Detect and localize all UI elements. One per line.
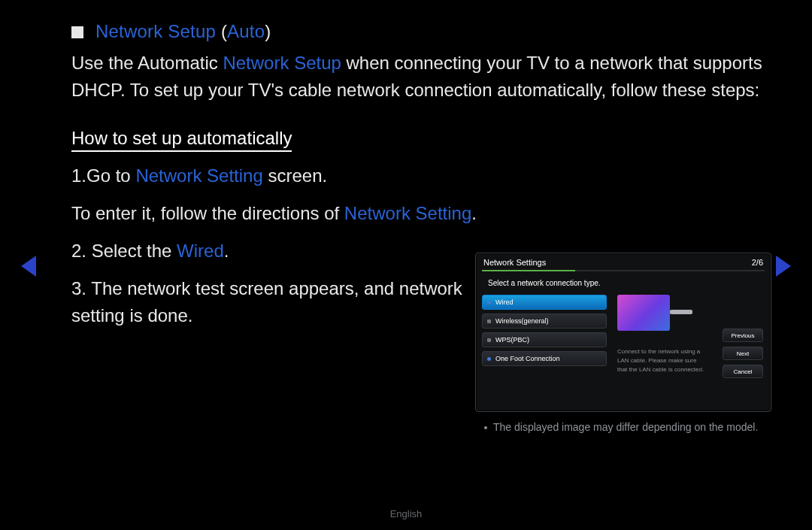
dialog-help-text: Connect to the network using a LAN cable… [617, 347, 707, 374]
step3c: . [224, 241, 229, 261]
radio-icon [487, 357, 491, 361]
intro-a: Use the Automatic [71, 53, 223, 73]
step2a: To enter it, follow the directions of [71, 203, 344, 223]
connection-options: Wired Wireless(general) WPS(PBC) One Foo… [482, 295, 607, 374]
step3a: 2. Select the [71, 241, 177, 261]
steps-list: 1.Go to Network Setting screen. To enter… [71, 162, 492, 329]
network-settings-dialog: Network Settings 2/6 Select a network co… [475, 253, 771, 412]
previous-button[interactable]: Previous [723, 329, 763, 342]
footer-language: English [0, 508, 812, 519]
dialog-progress [482, 270, 765, 271]
step1c: screen. [263, 165, 327, 186]
title-paren-close: ) [265, 21, 271, 41]
nav-prev-arrow-icon[interactable] [21, 256, 36, 277]
next-button[interactable]: Next [723, 347, 763, 360]
intro-b: Network Setup [223, 53, 341, 73]
option-onefoot[interactable]: One Foot Connection [482, 351, 607, 366]
step3b: Wired [177, 241, 224, 261]
step2c: . [471, 203, 477, 223]
caption-text: The displayed image may differ depending… [493, 421, 758, 433]
step1a: 1.Go to [71, 165, 135, 186]
page-title: Network Setup (Auto) [95, 21, 271, 42]
lock-icon [487, 320, 491, 323]
step4: 3. The network test screen appears, and … [71, 275, 492, 329]
step2b: Network Setting [344, 203, 471, 223]
lock-icon [487, 338, 491, 342]
nav-next-arrow-icon[interactable] [776, 256, 791, 277]
option-onefoot-label: One Foot Connection [495, 355, 560, 362]
option-wired-label: Wired [495, 298, 514, 306]
subheading: How to set up automatically [71, 128, 292, 152]
bullet-icon [484, 426, 487, 429]
tv-icon [617, 295, 670, 331]
title-paren-open: ( [216, 21, 227, 41]
option-wireless-label: Wireless(general) [495, 317, 549, 325]
title-auto: Auto [227, 21, 265, 41]
cable-icon [670, 310, 692, 314]
title-main: Network Setup [95, 21, 216, 41]
image-caption: The displayed image may differ depending… [484, 419, 771, 435]
option-wireless[interactable]: Wireless(general) [482, 313, 607, 329]
cancel-button[interactable]: Cancel [723, 365, 763, 378]
step1b: Network Setting [135, 165, 262, 186]
dialog-title: Network Settings [483, 258, 546, 267]
option-wired[interactable]: Wired [482, 295, 607, 310]
option-wps-label: WPS(PBC) [495, 336, 529, 344]
dialog-page-indicator: 2/6 [752, 258, 763, 267]
intro-paragraph: Use the Automatic Network Setup when con… [71, 50, 771, 104]
bullet-square-icon [71, 26, 83, 38]
radio-icon [487, 301, 491, 304]
dialog-subtitle: Select a network connection type. [488, 279, 771, 287]
option-wps[interactable]: WPS(PBC) [482, 332, 607, 347]
